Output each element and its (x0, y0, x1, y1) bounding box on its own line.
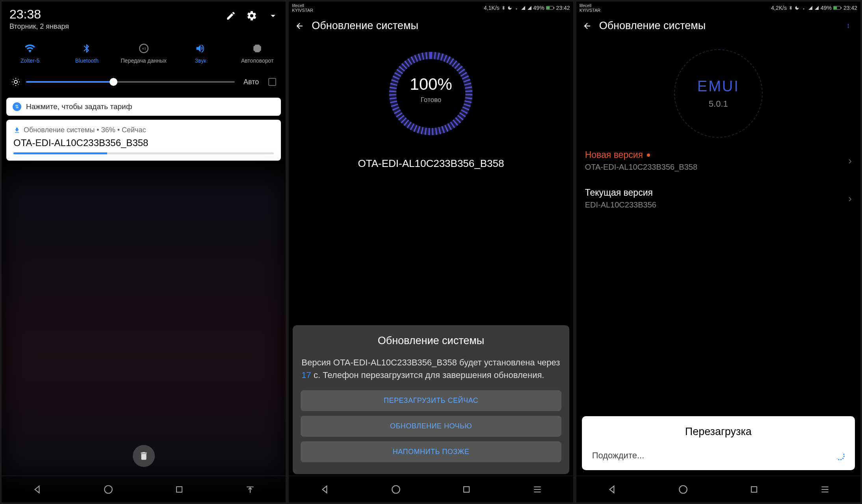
sound-toggle[interactable]: Звук (172, 43, 229, 64)
download-icon (13, 127, 20, 134)
back-icon[interactable] (295, 21, 305, 31)
expand-icon[interactable] (268, 10, 279, 21)
recent-button[interactable] (749, 485, 759, 494)
svg-point-4 (104, 485, 112, 493)
app-bar: Обновление системы (289, 14, 573, 37)
toast-message: Подождите... (592, 450, 645, 461)
spinner-icon (835, 451, 845, 460)
settings-icon[interactable] (246, 10, 257, 21)
svg-rect-14 (834, 7, 837, 9)
signal-icon (527, 6, 532, 10)
shade-button[interactable] (532, 484, 542, 495)
svg-point-19 (679, 485, 687, 493)
shade-button[interactable] (820, 484, 830, 495)
back-button[interactable] (607, 484, 617, 495)
battery-icon (833, 6, 842, 10)
current-version-row[interactable]: Текущая версия EDI-AL10C233B356 › (576, 180, 860, 217)
svg-point-16 (848, 24, 849, 24)
phone-3-update-versions: lifecell KYIVSTAR 4,2K/s 49% 23:42 Обнов… (576, 2, 860, 502)
progress-status: Готово (410, 96, 452, 104)
signal-icon (521, 6, 526, 10)
new-indicator-dot (647, 154, 650, 157)
bluetooth-icon (81, 43, 93, 54)
moon-icon (795, 6, 799, 10)
auto-brightness-checkbox[interactable] (268, 78, 276, 86)
svg-point-3 (14, 80, 17, 83)
shade-button[interactable] (245, 484, 255, 495)
phone-2-update-progress: lifecell KYIVSTAR 4,1K/s 49% 23:42 Обнов… (289, 2, 573, 502)
edit-icon[interactable] (226, 11, 236, 21)
progress-percent: 100% (410, 74, 452, 93)
tariff-notification[interactable]: ⇅ Нажмите, чтобы задать тариф (6, 98, 281, 116)
brightness-row: Авто (2, 67, 286, 94)
home-button[interactable] (678, 484, 688, 495)
autorotate-toggle[interactable]: Автоповорот (229, 43, 286, 64)
back-button[interactable] (32, 484, 42, 495)
signal-icon (808, 6, 813, 10)
chevron-right-icon: › (848, 193, 852, 205)
svg-rect-8 (554, 7, 554, 8)
autorotate-icon (251, 43, 263, 54)
wifi-icon (514, 6, 519, 10)
wifi-icon (801, 6, 806, 10)
wifi-icon (24, 43, 36, 54)
svg-point-0 (139, 44, 148, 53)
bluetooth-toggle[interactable]: Bluetooth (58, 43, 115, 64)
update-at-night-button[interactable]: ОБНОВЛЕНИЕ НОЧЬЮ (301, 416, 561, 437)
reboot-now-button[interactable]: ПЕРЕЗАГРУЗИТЬ СЕЙЧАС (301, 390, 561, 411)
svg-point-17 (848, 26, 849, 26)
remind-later-button[interactable]: НАПОМНИТЬ ПОЗЖЕ (301, 441, 561, 462)
status-bar: 23:38 Вторник, 2 января (2, 2, 286, 36)
emui-badge: EMUI 5.0.1 (576, 37, 860, 142)
progress-ring: 100% Готово (289, 37, 573, 142)
info-icon: ⇅ (13, 102, 21, 111)
svg-rect-15 (841, 7, 842, 8)
emui-version: 5.0.1 (709, 99, 728, 109)
navigation-bar (289, 476, 573, 502)
data-icon (138, 43, 150, 54)
reboot-toast: Перезагрузка Подождите... (582, 416, 855, 470)
trash-icon (139, 451, 149, 461)
home-button[interactable] (391, 484, 401, 495)
data-toggle[interactable]: Передача данных (115, 43, 172, 64)
recent-button[interactable] (462, 485, 471, 494)
sound-icon (195, 43, 206, 54)
navigation-bar (2, 476, 286, 502)
new-version-row[interactable]: Новая версия OTA-EDI-AL10C233B356_B358 › (576, 142, 860, 180)
notification-header: Обновление системы • 36% • Сейчас (13, 126, 274, 134)
svg-rect-12 (464, 487, 469, 492)
status-actions (226, 10, 279, 21)
svg-point-18 (848, 27, 849, 28)
download-progress (13, 152, 274, 154)
status-bar: lifecell KYIVSTAR 4,2K/s 49% 23:42 (576, 2, 860, 14)
clear-all-button[interactable] (133, 445, 155, 467)
phone-1-notification-shade: 23:38 Вторник, 2 января Zolter-5 Bluetoo… (2, 2, 286, 502)
svg-point-11 (392, 485, 400, 493)
bluetooth-icon (501, 6, 506, 10)
bluetooth-icon (788, 6, 793, 10)
battery-icon (546, 6, 555, 10)
svg-rect-5 (176, 487, 182, 492)
version-label: OTA-EDI-AL10C233B356_B358 (289, 142, 573, 170)
system-update-notification[interactable]: Обновление системы • 36% • Сейчас OTA-ED… (6, 120, 281, 161)
svg-rect-2 (254, 46, 261, 51)
recent-button[interactable] (175, 485, 184, 494)
signal-icon (814, 6, 819, 10)
back-icon[interactable] (583, 21, 592, 31)
chevron-right-icon: › (848, 155, 852, 167)
svg-rect-20 (751, 487, 757, 492)
menu-icon[interactable] (845, 22, 854, 30)
date: Вторник, 2 января (9, 22, 278, 31)
emui-label: EMUI (697, 78, 739, 95)
moon-icon (507, 6, 512, 10)
brightness-icon (11, 77, 20, 87)
status-bar: lifecell KYIVSTAR 4,1K/s 49% 23:42 (289, 2, 573, 14)
install-dialog: Обновление системы Версия OTA-EDI-AL10C2… (293, 325, 569, 474)
brightness-slider[interactable] (26, 81, 235, 83)
app-bar: Обновление системы (576, 14, 860, 37)
notification-title: OTA-EDI-AL10C233B356_B358 (13, 137, 274, 148)
back-button[interactable] (320, 484, 330, 495)
auto-brightness-label: Авто (243, 78, 259, 86)
home-button[interactable] (103, 484, 113, 495)
wifi-toggle[interactable]: Zolter-5 (2, 43, 58, 64)
